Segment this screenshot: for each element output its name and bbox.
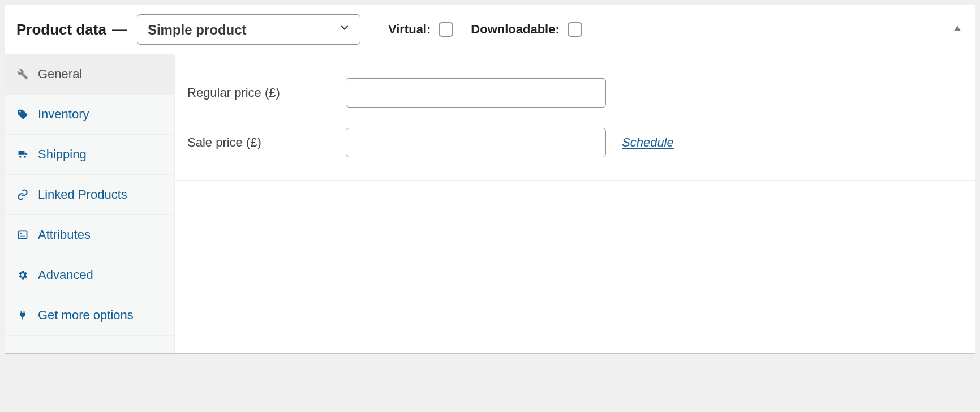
- product-data-panel: Product data — Simple product Virtual:: [5, 5, 975, 354]
- product-type-select[interactable]: Simple product: [137, 14, 360, 45]
- virtual-checkbox[interactable]: [439, 22, 453, 37]
- pricing-group: Regular price (£) Sale price (£) Schedul…: [175, 54, 975, 181]
- regular-price-label: Regular price (£): [187, 85, 340, 100]
- tab-general[interactable]: General: [5, 54, 174, 95]
- tab-advanced[interactable]: Advanced: [5, 255, 174, 295]
- tab-label: Advanced: [38, 268, 93, 282]
- truck-icon: [16, 149, 29, 160]
- svg-rect-6: [20, 237, 25, 237]
- triangle-up-icon: [952, 22, 962, 36]
- gear-icon: [16, 269, 29, 281]
- sidebar-tabs: General Inventory Shipping: [5, 54, 175, 353]
- product-type-select-wrap: Simple product: [137, 14, 360, 45]
- sale-price-row: Sale price (£) Schedule: [175, 118, 975, 168]
- tab-label: Linked Products: [38, 187, 127, 202]
- tab-linked-products[interactable]: Linked Products: [5, 175, 174, 215]
- tab-inventory[interactable]: Inventory: [5, 95, 174, 135]
- plug-icon: [16, 310, 29, 321]
- downloadable-label: Downloadable:: [471, 22, 559, 37]
- tab-attributes[interactable]: Attributes: [5, 215, 174, 255]
- tag-icon: [16, 109, 29, 120]
- svg-point-2: [24, 156, 26, 158]
- regular-price-input[interactable]: [346, 78, 606, 108]
- downloadable-toggle[interactable]: Downloadable:: [471, 20, 583, 38]
- tab-label: General: [38, 67, 82, 81]
- panel-title-dash: —: [112, 21, 127, 38]
- tab-get-more-options[interactable]: Get more options: [5, 295, 174, 336]
- svg-marker-0: [954, 26, 961, 31]
- product-flags: Virtual: Downloadable:: [388, 20, 584, 38]
- tab-content-general: Regular price (£) Sale price (£) Schedul…: [175, 54, 975, 353]
- schedule-link[interactable]: Schedule: [622, 135, 674, 150]
- tab-label: Shipping: [38, 147, 87, 162]
- svg-point-1: [19, 156, 21, 158]
- list-icon: [16, 229, 29, 241]
- tab-shipping[interactable]: Shipping: [5, 135, 174, 175]
- virtual-label: Virtual:: [388, 22, 431, 37]
- vertical-separator: [373, 19, 373, 40]
- link-icon: [16, 189, 29, 200]
- svg-rect-4: [20, 233, 22, 234]
- panel-title-text: Product data: [16, 21, 106, 38]
- downloadable-checkbox[interactable]: [568, 22, 582, 37]
- sale-price-input[interactable]: [346, 128, 606, 157]
- regular-price-row: Regular price (£): [175, 68, 975, 118]
- tab-label: Get more options: [38, 308, 134, 323]
- tab-label: Attributes: [38, 228, 91, 242]
- sale-price-label: Sale price (£): [187, 135, 340, 150]
- collapse-toggle[interactable]: [952, 22, 962, 37]
- svg-rect-5: [20, 235, 25, 235]
- panel-header: Product data — Simple product Virtual:: [5, 5, 975, 54]
- tab-label: Inventory: [38, 107, 89, 122]
- wrench-icon: [16, 68, 29, 80]
- panel-body: General Inventory Shipping: [5, 54, 975, 353]
- panel-title: Product data —: [16, 21, 127, 38]
- virtual-toggle[interactable]: Virtual:: [388, 20, 455, 38]
